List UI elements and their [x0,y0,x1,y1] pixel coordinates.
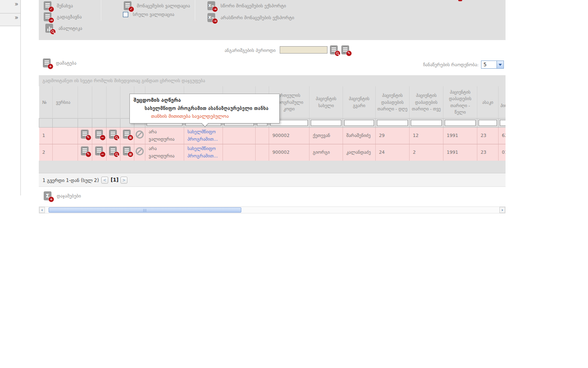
header-first-name[interactable]: პაციენტის სახელი [310,86,343,118]
row-details-icon[interactable]: ≡ [123,146,131,156]
records-count-select[interactable]: 5 [481,61,504,69]
add-button[interactable]: + დამატება [43,58,76,68]
row-delete-icon[interactable]: − [95,130,104,139]
cell-version [53,127,78,144]
save-icon: ✓ [44,1,52,11]
full-validation-checkbox[interactable] [123,12,128,17]
cell-extra-1 [223,127,256,144]
header-num[interactable]: № [39,86,53,118]
scroll-left-icon[interactable]: ‹ [39,207,45,213]
cell-last-name: კალანდაძე [343,144,376,161]
toolbar-separator [195,0,195,20]
row-block-icon[interactable] [136,147,144,155]
records-count-value: 5 [483,62,487,67]
add-icon: + [43,58,51,68]
prev-page-button[interactable]: < [101,177,108,184]
records-count-label: ჩანაწერების რაოდენობა: [423,62,479,67]
cell-birth-month: 2 [410,144,443,161]
cell-status: არა ვალიდურია [145,127,184,144]
sidebar-expand-icon[interactable]: » [15,14,18,21]
analytics-button[interactable]: ანალიტიკა [45,24,82,33]
row-view-icon[interactable] [109,146,118,156]
save-button[interactable]: ✓ შენახვა [44,1,73,11]
sigma-icon: Σ+ [44,191,52,201]
send-button[interactable]: → გადაგზავნა [44,12,82,22]
table-row: 2 ✎ − ≡ არა ვალიდურია სახელმწიფო პროგრამ… [39,144,506,161]
cell-code: 900002 [269,144,310,161]
cell-status: არა ვალიდურია [145,144,184,161]
grouping-hint-bar: გადმოიტანეთ ის სვეტი რომლის მიხედვითაც გ… [39,75,506,86]
horizontal-scrollbar[interactable]: ‹ › [39,206,506,213]
cell-birth-month: 12 [410,127,443,144]
cell-num: 1 [39,127,53,144]
table-row: 1 ✎ − ≡ არა ვალიდურია სახელმწიფო პროგრამ… [39,127,506,144]
row-view-icon[interactable] [109,130,118,139]
header-version[interactable]: ვერსია [53,86,78,118]
cell-extra-2 [256,127,269,144]
current-page: [1] [111,177,118,183]
header-view [107,86,120,118]
sidebar-collapsed-panel-2: » [0,13,21,26]
tooltip-field: სახელმწიფო პროგრამით ასანაზღაურებელი თან… [145,105,268,111]
row-edit-icon[interactable]: ✎ [81,130,89,139]
next-page-button[interactable]: > [120,177,127,184]
cell-birth-year: 1991 [443,127,477,144]
totals-button[interactable]: Σ+ დაჯამებები [44,191,81,201]
sidebar-panel [0,26,21,195]
header-edit [78,86,92,118]
period-search-button[interactable] [330,45,339,55]
cell-birth-day: 24 [376,144,410,161]
pagination-bar: 1 გვერდი 1-დან (სულ 2) < [1] > [39,173,506,187]
header-personal-no[interactable]: პაციენტის პირადი ნომერი [499,86,506,118]
table-footer-strip [39,161,506,173]
cell-code: 900002 [269,127,310,144]
row-delete-icon[interactable]: − [95,146,104,156]
filter-input[interactable] [479,120,497,126]
header-birth-year[interactable]: პაციენტის დაბადების თარიღი - წელი [443,86,477,118]
pagination-info: 1 გვერდი 1-დან (სულ 2) [42,177,99,183]
full-validation-option: სრული ვალიდაცია [123,12,174,17]
export-invalid-button[interactable]: X=→ არასწორი მონაცემების ექსპორტი [207,13,294,22]
tooltip-title: შეცდომის აღწერა [134,97,181,103]
scrollbar-thumb[interactable] [49,207,241,213]
data-validation-button[interactable]: ✓ მონაცემების ვალიდაცია [124,1,190,11]
export-valid-button[interactable]: X=→ სწორი მონაცემების ექსპორტი [207,1,286,11]
filter-input[interactable] [377,120,408,126]
analytics-icon [45,24,54,33]
header-birth-month[interactable]: პაციენტის დაბადების თარიღი - თვე [410,86,443,118]
header-delete [92,86,107,118]
cell-birth-year: 1991 [443,144,477,161]
toolbar-separator [101,0,101,20]
dropdown-arrow-icon[interactable] [497,61,503,68]
cell-extra-1 [223,144,256,161]
error-link[interactable]: სახელმწიფო პროგრამით... [187,129,218,142]
period-input[interactable] [280,46,327,54]
cell-personal-no: 01 [499,144,506,161]
filter-input[interactable] [311,120,341,126]
header-age[interactable]: ასაკი [477,86,499,118]
sidebar-collapsed-panel-1: » [0,0,21,13]
header-birth-day[interactable]: პაციენტის დაბადების თარიღი - დღე [376,86,410,118]
error-tooltip: შეცდომის აღწერა სახელმწიფო პროგრამით ასა… [129,94,280,123]
cell-first-name: ქეთევან [310,127,343,144]
cell-personal-no: 62 [499,127,506,144]
toolbar: ✓ შენახვა → გადაგზავნა ანალიტიკა ✓ მონაც… [39,0,506,40]
filter-input[interactable] [445,120,476,126]
cell-version [53,144,78,161]
cell-age: 23 [477,127,499,144]
cell-num: 2 [39,144,53,161]
scroll-right-icon[interactable]: › [499,207,505,213]
xls-export-icon: X=→ [207,13,216,22]
row-block-icon[interactable] [136,130,144,139]
period-edit-button[interactable]: ✎ [341,45,350,55]
filter-input[interactable] [344,120,374,126]
cell-last-name: შარაშენიძე [343,127,376,144]
filter-input[interactable] [500,120,506,126]
filter-input[interactable] [411,120,442,126]
row-edit-icon[interactable]: ✎ [81,146,89,156]
error-link[interactable]: სახელმწიფო პროგრამით... [187,146,218,159]
cell-age: 23 [477,144,499,161]
header-last-name[interactable]: პაციენტის გვარი [343,86,376,118]
row-details-icon[interactable]: ≡ [123,130,131,139]
sidebar-expand-icon[interactable]: » [15,0,18,8]
